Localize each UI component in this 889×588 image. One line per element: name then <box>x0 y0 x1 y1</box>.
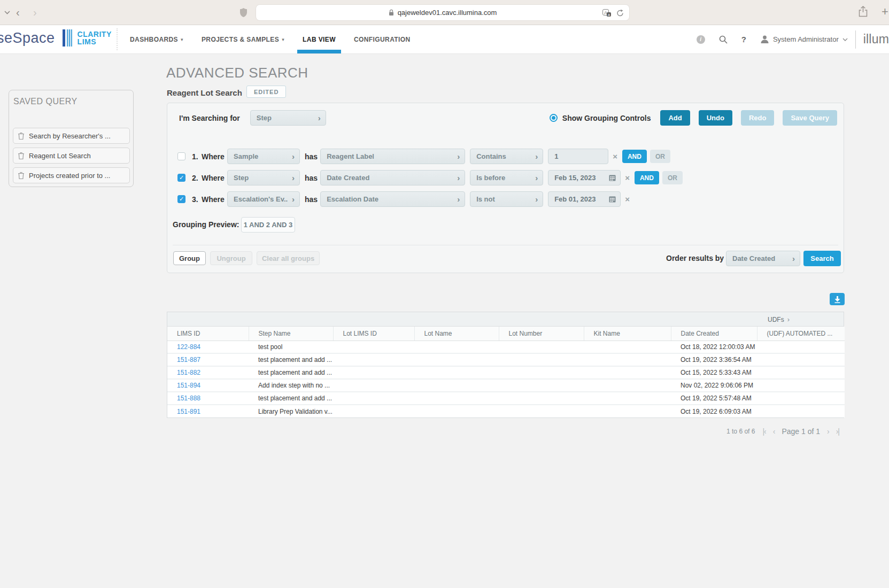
chevron-down-icon[interactable] <box>4 11 10 14</box>
searching-for-select[interactable]: Step› <box>250 110 326 126</box>
nav-projects-samples[interactable]: PROJECTS & SAMPLES▾ <box>202 25 284 53</box>
step-name-cell: Library Prep Validation v... <box>249 405 333 417</box>
add-button[interactable]: Add <box>660 110 690 126</box>
trash-icon[interactable] <box>18 172 25 180</box>
trash-icon[interactable] <box>18 132 25 140</box>
lims-id-link[interactable]: 151-888 <box>177 394 200 402</box>
property-select[interactable]: Reagent Label› <box>320 149 465 164</box>
property-select[interactable]: Escalation Date› <box>320 191 465 207</box>
download-results-button[interactable] <box>830 293 845 305</box>
chevron-right-icon: › <box>292 152 295 161</box>
page-title: ADVANCED SEARCH <box>166 65 308 81</box>
chevron-right-icon: › <box>457 195 460 204</box>
info-icon[interactable]: i <box>697 35 705 44</box>
field-select[interactable]: Escalation's Ev...› <box>227 191 300 207</box>
clear-all-groups-button[interactable]: Clear all groups <box>257 251 320 265</box>
next-page-icon[interactable]: › <box>827 427 829 436</box>
condition-checkbox[interactable]: ✓ <box>177 195 185 203</box>
column-header[interactable]: (UDF) AUTOMATED ... <box>757 327 845 341</box>
first-page-icon[interactable]: |‹ <box>762 427 766 436</box>
address-bar[interactable]: qajeweldev01.cavc.illumina.com Aa <box>256 4 630 21</box>
and-button[interactable]: AND <box>635 171 659 184</box>
forward-icon[interactable]: › <box>33 6 37 18</box>
header-right-divider <box>855 30 856 49</box>
nav-lab-view[interactable]: LAB VIEW <box>303 25 336 53</box>
table-row: 151-891 Library Prep Validation v... Oct… <box>167 405 845 417</box>
value-input[interactable]: 1 <box>548 149 608 164</box>
ungroup-button[interactable]: Ungroup <box>210 251 252 265</box>
back-icon[interactable]: ‹ <box>16 6 20 18</box>
condition-checkbox[interactable] <box>177 152 185 160</box>
last-page-icon[interactable]: ›| <box>836 427 839 436</box>
redo-button[interactable]: Redo <box>741 110 775 126</box>
column-header[interactable]: Lot LIMS ID <box>333 327 414 341</box>
logo-bars-icon <box>63 29 72 47</box>
search-icon[interactable] <box>719 35 728 44</box>
lims-id-link[interactable]: 151-894 <box>177 382 200 389</box>
save-query-button[interactable]: Save Query <box>783 110 837 126</box>
group-button[interactable]: Group <box>173 251 206 265</box>
lims-id-link[interactable]: 122-884 <box>177 343 200 351</box>
grouping-preview-value: 1 AND 2 AND 3 <box>241 217 295 233</box>
user-menu[interactable]: System Administrator <box>760 35 848 44</box>
remove-condition-icon[interactable]: × <box>613 152 617 161</box>
table-row: 151-887 test placement and add ... Oct 1… <box>167 353 845 366</box>
nav-configuration[interactable]: CONFIGURATION <box>354 25 411 53</box>
table-header-row: LIMS ID Step Name Lot LIMS ID Lot Name L… <box>167 327 845 341</box>
chevron-right-icon: › <box>535 195 538 204</box>
remove-condition-icon[interactable]: × <box>625 195 630 204</box>
calendar-icon[interactable] <box>609 174 616 181</box>
date-input[interactable]: Feb 01, 2023 <box>548 191 621 207</box>
udfs-toggle[interactable]: UDFs› <box>768 315 790 323</box>
undo-button[interactable]: Undo <box>699 110 732 126</box>
condition-checkbox[interactable]: ✓ <box>177 174 185 182</box>
date-created-cell: Oct 15, 2022 5:33:43 AM <box>671 366 757 379</box>
order-by-select[interactable]: Date Created› <box>726 251 800 266</box>
illumina-logo-text: illum <box>863 32 889 47</box>
translate-icon[interactable]: Aa <box>602 9 612 17</box>
lims-id-link[interactable]: 151-882 <box>177 369 200 376</box>
column-header[interactable]: Step Name <box>249 327 333 341</box>
show-grouping-radio[interactable] <box>550 114 558 122</box>
trash-icon[interactable] <box>18 152 25 160</box>
shield-icon[interactable] <box>239 7 248 18</box>
calendar-icon[interactable] <box>609 196 616 203</box>
operator-select[interactable]: Is before› <box>470 170 543 185</box>
saved-query-item[interactable]: Reagent Lot Search <box>13 148 130 164</box>
field-select[interactable]: Step› <box>227 170 300 185</box>
column-header[interactable]: LIMS ID <box>167 327 249 341</box>
date-input[interactable]: Feb 15, 2023 <box>548 170 621 185</box>
condition-row-3: ✓ 3. Where Escalation's Ev...› has Escal… <box>177 191 630 207</box>
nav-dashboards[interactable]: DASHBOARDS▾ <box>130 25 183 53</box>
or-button[interactable]: OR <box>662 171 683 184</box>
remove-condition-icon[interactable]: × <box>625 173 630 182</box>
lims-id-link[interactable]: 151-887 <box>177 356 200 363</box>
field-select[interactable]: Sample› <box>227 149 300 164</box>
help-icon[interactable]: ? <box>741 35 746 44</box>
saved-query-item[interactable]: Search by Researcher's ... <box>13 128 130 144</box>
share-icon[interactable] <box>859 6 868 17</box>
url-text: qajeweldev01.cavc.illumina.com <box>398 9 497 17</box>
column-header[interactable]: Date Created <box>671 327 757 341</box>
lims-id-link[interactable]: 151-891 <box>177 408 200 415</box>
chevron-right-icon: › <box>457 152 460 161</box>
operator-select[interactable]: Contains› <box>470 149 543 164</box>
operator-select[interactable]: Is not› <box>470 191 543 207</box>
reload-icon[interactable] <box>616 9 624 17</box>
has-label: has <box>305 174 318 182</box>
column-header[interactable]: Lot Name <box>414 327 499 341</box>
and-button[interactable]: AND <box>622 150 647 163</box>
result-range: 1 to 6 of 6 <box>726 428 755 435</box>
new-tab-icon[interactable]: + <box>882 6 888 17</box>
chevron-right-icon: › <box>292 195 295 204</box>
order-results-label: Order results by <box>666 254 724 262</box>
pagination: 1 to 6 of 6 |‹ ‹ Page 1 of 1 › ›| <box>167 427 839 436</box>
search-button[interactable]: Search <box>803 251 841 266</box>
property-select[interactable]: Date Created› <box>320 170 465 185</box>
saved-query-item[interactable]: Projects created prior to ... <box>13 167 130 183</box>
or-button[interactable]: OR <box>650 150 670 163</box>
clarity-lims-logo-text: CLARITY LIMS <box>78 30 112 45</box>
column-header[interactable]: Lot Number <box>499 327 584 341</box>
prev-page-icon[interactable]: ‹ <box>773 427 775 436</box>
column-header[interactable]: Kit Name <box>584 327 671 341</box>
